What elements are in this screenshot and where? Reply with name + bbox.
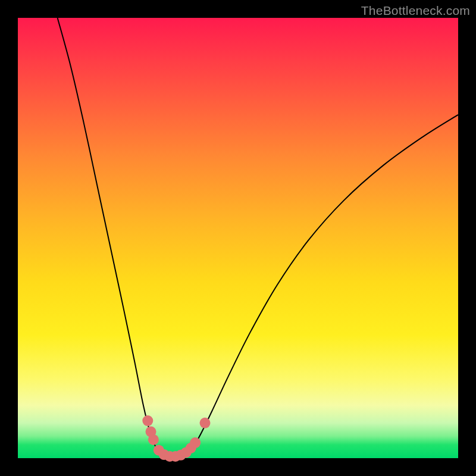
- v-curve-path: [58, 18, 458, 458]
- curve-marker: [200, 418, 211, 428]
- curve-marker: [148, 434, 159, 445]
- curve-marker: [142, 415, 153, 426]
- watermark-text: TheBottleneck.com: [361, 4, 470, 18]
- curve-marker: [190, 437, 201, 448]
- bottleneck-curve: [18, 18, 458, 458]
- plot-area: [18, 18, 458, 458]
- chart-frame: TheBottleneck.com: [0, 0, 476, 476]
- curve-markers: [142, 415, 210, 462]
